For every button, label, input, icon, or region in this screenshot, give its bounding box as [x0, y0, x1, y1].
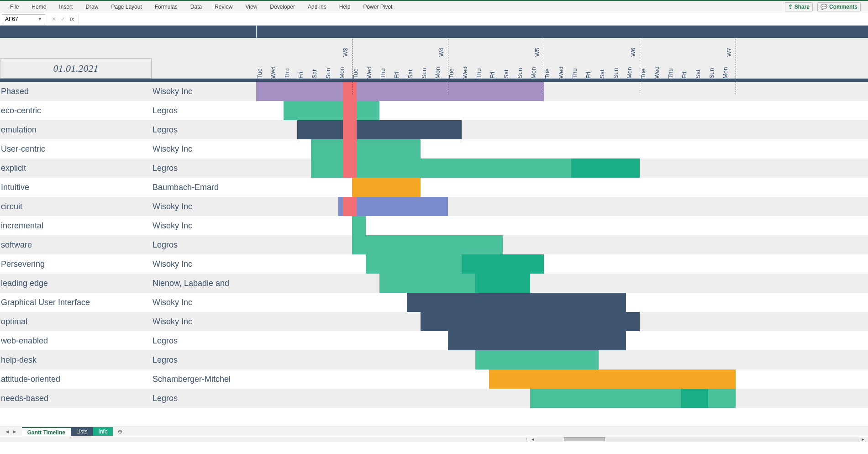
gantt-bar[interactable]: [475, 350, 599, 370]
formula-cancel-icon[interactable]: ✕: [52, 16, 56, 22]
deal-cell[interactable]: needs-based: [0, 389, 152, 408]
company-cell[interactable]: Baumbach-Emard: [152, 178, 256, 197]
deal-cell[interactable]: Graphical User Interface: [0, 293, 152, 312]
timeline-day-label: Wed: [462, 38, 468, 79]
company-cell[interactable]: Legros: [152, 331, 256, 350]
gantt-bar[interactable]: [448, 331, 626, 350]
deal-cell[interactable]: Intuitive: [0, 178, 152, 197]
ribbon-item-help[interactable]: Help: [333, 1, 357, 13]
timeline-day-label: Thu: [571, 38, 578, 79]
share-button[interactable]: ⇪ Share: [785, 2, 813, 11]
deal-cell[interactable]: incremental: [0, 216, 152, 235]
ribbon-item-add-ins[interactable]: Add-ins: [301, 1, 333, 13]
formula-confirm-icon[interactable]: ✓: [61, 16, 65, 22]
company-cell[interactable]: Legros: [152, 389, 256, 408]
company-cell[interactable]: Wisoky Inc: [152, 254, 256, 274]
ribbon-item-formulas[interactable]: Formulas: [148, 1, 184, 13]
deal-cell[interactable]: optimal: [0, 312, 152, 331]
scrollbar-split-handle[interactable]: ⁞: [525, 437, 528, 441]
deal-cell[interactable]: leading edge: [0, 274, 152, 293]
timeline-day-label: Sat: [599, 38, 605, 79]
deal-cell[interactable]: web-enabled: [0, 331, 152, 350]
ribbon-item-data[interactable]: Data: [184, 1, 208, 13]
horizontal-scrollbar[interactable]: ⁞ ◄ ►: [0, 436, 868, 442]
timeline-day-label: Fri: [681, 38, 688, 79]
deal-cell[interactable]: eco-centric: [0, 101, 152, 120]
ribbon-item-developer[interactable]: Developer: [263, 1, 301, 13]
sheet-tab-info[interactable]: Info: [93, 427, 113, 436]
timeline-day-cell: Fri: [297, 38, 311, 79]
timeline-day-cell: Tue: [640, 38, 653, 79]
timeline-day-label: Wed: [558, 38, 564, 79]
deal-cell[interactable]: software: [0, 235, 152, 254]
sheet-tabs: ◄ ► Gantt TimelineListsInfo ⊕: [0, 427, 868, 436]
deal-cell[interactable]: Phased: [0, 82, 152, 101]
gantt-bar[interactable]: [256, 82, 544, 101]
gantt-bar[interactable]: [571, 158, 640, 178]
gantt-bar[interactable]: [338, 197, 448, 216]
company-cell[interactable]: Wisoky Inc: [152, 82, 256, 101]
scroll-left-icon[interactable]: ◄: [530, 436, 536, 442]
tab-add-button[interactable]: ⊕: [113, 428, 127, 435]
deal-cell[interactable]: explicit: [0, 158, 152, 178]
timeline-day-cell: Thu: [571, 38, 585, 79]
scroll-right-icon[interactable]: ►: [860, 436, 866, 442]
chevron-down-icon: ▼: [38, 17, 42, 21]
company-cell[interactable]: Legros: [152, 158, 256, 178]
timeline-day-cell: Thu: [475, 38, 489, 79]
timeline-day-cell: MonW7: [722, 38, 736, 79]
tab-prev-icon[interactable]: ◄: [5, 428, 10, 435]
timeline-day-label: Wed: [270, 38, 277, 79]
sheet-tab-lists[interactable]: Lists: [71, 427, 93, 436]
company-cell[interactable]: Nienow, Labadie and: [152, 274, 256, 293]
deal-cell[interactable]: User-centric: [0, 139, 152, 158]
timeline-day-label: Tue: [640, 38, 647, 79]
gantt-row: help-deskLegros: [0, 350, 868, 370]
tab-next-icon[interactable]: ►: [12, 428, 17, 435]
company-cell[interactable]: Wisoky Inc: [152, 139, 256, 158]
formula-input[interactable]: [79, 14, 868, 24]
ribbon-item-view[interactable]: View: [239, 1, 264, 13]
gantt-bar[interactable]: [681, 389, 708, 408]
ribbon-item-review[interactable]: Review: [208, 1, 239, 13]
gantt-bar[interactable]: [407, 293, 626, 312]
fx-icon[interactable]: fx: [70, 16, 74, 22]
gantt-bar[interactable]: [421, 312, 640, 331]
deal-cell[interactable]: circuit: [0, 197, 152, 216]
ribbon-item-insert[interactable]: Insert: [53, 1, 79, 13]
deal-cell[interactable]: attitude-oriented: [0, 370, 152, 389]
gantt-bar[interactable]: [489, 370, 736, 389]
gantt-row: User-centricWisoky Inc: [0, 139, 868, 158]
deal-cell[interactable]: emulation: [0, 120, 152, 139]
comments-button[interactable]: 💬 Comments: [817, 2, 861, 11]
ribbon-item-page-layout[interactable]: Page Layout: [105, 1, 148, 13]
ribbon-item-file[interactable]: File: [4, 1, 25, 13]
company-cell[interactable]: Legros: [152, 235, 256, 254]
deal-cell[interactable]: help-desk: [0, 350, 152, 370]
sheet-tab-gantt-timeline[interactable]: Gantt Timeline: [22, 427, 71, 436]
scroll-thumb[interactable]: [564, 437, 605, 441]
gantt-bar[interactable]: [462, 254, 544, 274]
gantt-bar[interactable]: [284, 101, 379, 120]
company-cell[interactable]: Legros: [152, 350, 256, 370]
company-cell[interactable]: Legros: [152, 101, 256, 120]
deal-cell[interactable]: Persevering: [0, 254, 152, 274]
gantt-bar[interactable]: [352, 235, 503, 254]
company-cell[interactable]: Wisoky Inc: [152, 293, 256, 312]
ribbon-item-power-pivot[interactable]: Power Pivot: [357, 1, 399, 13]
company-cell[interactable]: Schamberger-Mitchel: [152, 370, 256, 389]
gantt-bar-lane: [256, 274, 868, 293]
company-cell[interactable]: Wisoky Inc: [152, 312, 256, 331]
company-cell[interactable]: Wisoky Inc: [152, 216, 256, 235]
gantt-bar[interactable]: [311, 139, 421, 158]
name-box[interactable]: AF67 ▼: [2, 14, 45, 24]
company-cell[interactable]: Legros: [152, 120, 256, 139]
timeline-day-cell: Wed: [270, 38, 284, 79]
company-cell[interactable]: Wisoky Inc: [152, 197, 256, 216]
ribbon-item-draw[interactable]: Draw: [79, 1, 105, 13]
gantt-bar[interactable]: [297, 120, 462, 139]
gantt-bar[interactable]: [352, 178, 421, 197]
gantt-bar[interactable]: [352, 216, 366, 235]
ribbon-item-home[interactable]: Home: [25, 1, 53, 13]
gantt-bar[interactable]: [475, 274, 530, 293]
